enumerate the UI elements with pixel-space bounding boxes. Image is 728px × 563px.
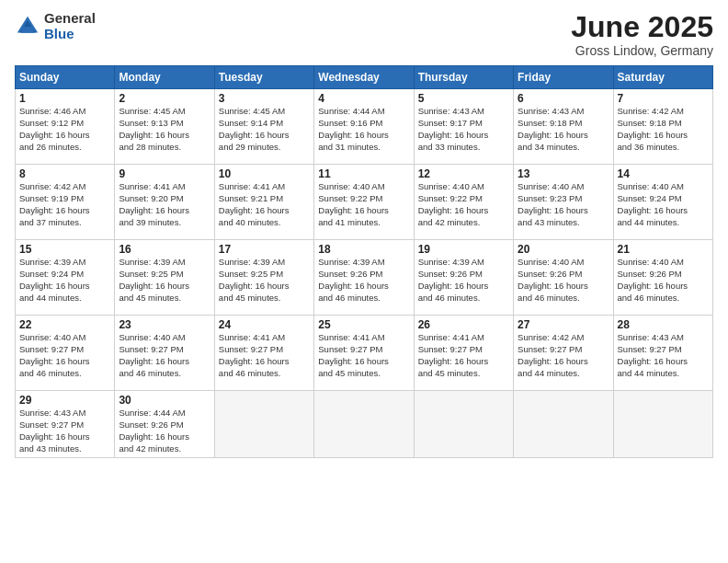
day-info: Sunrise: 4:40 AM Sunset: 9:26 PM Dayligh… (518, 257, 609, 304)
day-number: 12 (418, 167, 509, 180)
table-cell: 4Sunrise: 4:44 AM Sunset: 9:16 PM Daylig… (314, 89, 414, 165)
day-number: 23 (119, 318, 210, 331)
table-cell: 28Sunrise: 4:43 AM Sunset: 9:27 PM Dayli… (613, 316, 712, 391)
col-saturday: Saturday (613, 66, 712, 89)
table-cell: 25Sunrise: 4:41 AM Sunset: 9:27 PM Dayli… (314, 316, 414, 391)
day-number: 25 (318, 318, 409, 331)
day-number: 6 (518, 92, 609, 105)
table-cell: 24Sunrise: 4:41 AM Sunset: 9:27 PM Dayli… (214, 316, 313, 391)
week-row-1: 1Sunrise: 4:46 AM Sunset: 9:12 PM Daylig… (16, 89, 713, 165)
table-cell: 13Sunrise: 4:40 AM Sunset: 9:23 PM Dayli… (514, 165, 613, 240)
day-info: Sunrise: 4:39 AM Sunset: 9:25 PM Dayligh… (119, 257, 210, 304)
day-info: Sunrise: 4:41 AM Sunset: 9:27 PM Dayligh… (219, 332, 310, 379)
table-cell: 12Sunrise: 4:40 AM Sunset: 9:22 PM Dayli… (414, 165, 513, 240)
day-number: 7 (618, 92, 709, 105)
day-number: 14 (618, 167, 709, 180)
table-cell: 22Sunrise: 4:40 AM Sunset: 9:27 PM Dayli… (16, 316, 115, 391)
day-info: Sunrise: 4:43 AM Sunset: 9:18 PM Dayligh… (518, 106, 609, 153)
table-cell: 21Sunrise: 4:40 AM Sunset: 9:26 PM Dayli… (613, 240, 712, 316)
table-cell: 17Sunrise: 4:39 AM Sunset: 9:25 PM Dayli… (214, 240, 313, 316)
day-info: Sunrise: 4:41 AM Sunset: 9:27 PM Dayligh… (318, 332, 409, 379)
day-info: Sunrise: 4:42 AM Sunset: 9:19 PM Dayligh… (19, 181, 110, 228)
day-number: 8 (19, 167, 110, 180)
table-cell (414, 391, 513, 458)
day-info: Sunrise: 4:40 AM Sunset: 9:27 PM Dayligh… (119, 332, 210, 379)
day-number: 13 (518, 167, 609, 180)
day-info: Sunrise: 4:45 AM Sunset: 9:13 PM Dayligh… (119, 106, 210, 153)
col-tuesday: Tuesday (214, 66, 313, 89)
day-number: 15 (19, 243, 110, 256)
location: Gross Lindow, Germany (571, 43, 713, 58)
col-friday: Friday (514, 66, 613, 89)
day-number: 9 (119, 167, 210, 180)
day-info: Sunrise: 4:39 AM Sunset: 9:26 PM Dayligh… (418, 257, 509, 304)
calendar-table: Sunday Monday Tuesday Wednesday Thursday… (15, 65, 713, 458)
day-info: Sunrise: 4:41 AM Sunset: 9:20 PM Dayligh… (119, 181, 210, 228)
day-info: Sunrise: 4:43 AM Sunset: 9:27 PM Dayligh… (618, 332, 709, 379)
week-row-4: 22Sunrise: 4:40 AM Sunset: 9:27 PM Dayli… (16, 316, 713, 391)
month-title: June 2025 (571, 11, 713, 43)
col-wednesday: Wednesday (314, 66, 414, 89)
day-number: 18 (318, 243, 409, 256)
day-number: 3 (219, 92, 310, 105)
day-number: 19 (418, 243, 509, 256)
day-number: 1 (19, 92, 110, 105)
day-info: Sunrise: 4:39 AM Sunset: 9:26 PM Dayligh… (318, 257, 409, 304)
table-cell: 11Sunrise: 4:40 AM Sunset: 9:22 PM Dayli… (314, 165, 414, 240)
header: General Blue June 2025 Gross Lindow, Ger… (15, 11, 713, 58)
logo-text: General Blue (44, 11, 96, 41)
day-number: 11 (318, 167, 409, 180)
table-cell: 2Sunrise: 4:45 AM Sunset: 9:13 PM Daylig… (115, 89, 214, 165)
day-number: 26 (418, 318, 509, 331)
table-cell (514, 391, 613, 458)
week-row-2: 8Sunrise: 4:42 AM Sunset: 9:19 PM Daylig… (16, 165, 713, 240)
day-number: 29 (19, 394, 110, 407)
table-cell: 3Sunrise: 4:45 AM Sunset: 9:14 PM Daylig… (214, 89, 313, 165)
table-cell: 16Sunrise: 4:39 AM Sunset: 9:25 PM Dayli… (115, 240, 214, 316)
week-row-5: 29Sunrise: 4:43 AM Sunset: 9:27 PM Dayli… (16, 391, 713, 458)
day-number: 17 (219, 243, 310, 256)
logo-general-text: General (44, 11, 96, 27)
logo-blue-text: Blue (44, 27, 96, 42)
day-info: Sunrise: 4:45 AM Sunset: 9:14 PM Dayligh… (219, 106, 310, 153)
day-info: Sunrise: 4:43 AM Sunset: 9:17 PM Dayligh… (418, 106, 509, 153)
day-info: Sunrise: 4:46 AM Sunset: 9:12 PM Dayligh… (19, 106, 110, 153)
day-info: Sunrise: 4:42 AM Sunset: 9:18 PM Dayligh… (618, 106, 709, 153)
table-cell: 9Sunrise: 4:41 AM Sunset: 9:20 PM Daylig… (115, 165, 214, 240)
day-info: Sunrise: 4:40 AM Sunset: 9:22 PM Dayligh… (318, 181, 409, 228)
table-cell (314, 391, 414, 458)
logo-icon (15, 14, 40, 40)
day-info: Sunrise: 4:39 AM Sunset: 9:24 PM Dayligh… (19, 257, 110, 304)
table-cell (613, 391, 712, 458)
week-row-3: 15Sunrise: 4:39 AM Sunset: 9:24 PM Dayli… (16, 240, 713, 316)
table-cell: 30Sunrise: 4:44 AM Sunset: 9:26 PM Dayli… (115, 391, 214, 458)
col-sunday: Sunday (16, 66, 115, 89)
day-number: 5 (418, 92, 509, 105)
table-cell: 14Sunrise: 4:40 AM Sunset: 9:24 PM Dayli… (613, 165, 712, 240)
table-cell: 19Sunrise: 4:39 AM Sunset: 9:26 PM Dayli… (414, 240, 513, 316)
day-info: Sunrise: 4:40 AM Sunset: 9:26 PM Dayligh… (618, 257, 709, 304)
day-info: Sunrise: 4:40 AM Sunset: 9:22 PM Dayligh… (418, 181, 509, 228)
table-cell: 20Sunrise: 4:40 AM Sunset: 9:26 PM Dayli… (514, 240, 613, 316)
table-cell: 6Sunrise: 4:43 AM Sunset: 9:18 PM Daylig… (514, 89, 613, 165)
col-thursday: Thursday (414, 66, 513, 89)
day-info: Sunrise: 4:40 AM Sunset: 9:27 PM Dayligh… (19, 332, 110, 379)
table-cell: 1Sunrise: 4:46 AM Sunset: 9:12 PM Daylig… (16, 89, 115, 165)
day-info: Sunrise: 4:39 AM Sunset: 9:25 PM Dayligh… (219, 257, 310, 304)
day-info: Sunrise: 4:40 AM Sunset: 9:24 PM Dayligh… (618, 181, 709, 228)
day-number: 27 (518, 318, 609, 331)
day-number: 24 (219, 318, 310, 331)
day-number: 10 (219, 167, 310, 180)
table-cell: 15Sunrise: 4:39 AM Sunset: 9:24 PM Dayli… (16, 240, 115, 316)
table-cell (214, 391, 313, 458)
title-block: June 2025 Gross Lindow, Germany (571, 11, 713, 58)
day-number: 21 (618, 243, 709, 256)
table-cell: 26Sunrise: 4:41 AM Sunset: 9:27 PM Dayli… (414, 316, 513, 391)
day-info: Sunrise: 4:41 AM Sunset: 9:21 PM Dayligh… (219, 181, 310, 228)
day-number: 28 (618, 318, 709, 331)
day-number: 2 (119, 92, 210, 105)
table-cell: 7Sunrise: 4:42 AM Sunset: 9:18 PM Daylig… (613, 89, 712, 165)
day-info: Sunrise: 4:41 AM Sunset: 9:27 PM Dayligh… (418, 332, 509, 379)
day-number: 4 (318, 92, 409, 105)
table-cell: 10Sunrise: 4:41 AM Sunset: 9:21 PM Dayli… (214, 165, 313, 240)
